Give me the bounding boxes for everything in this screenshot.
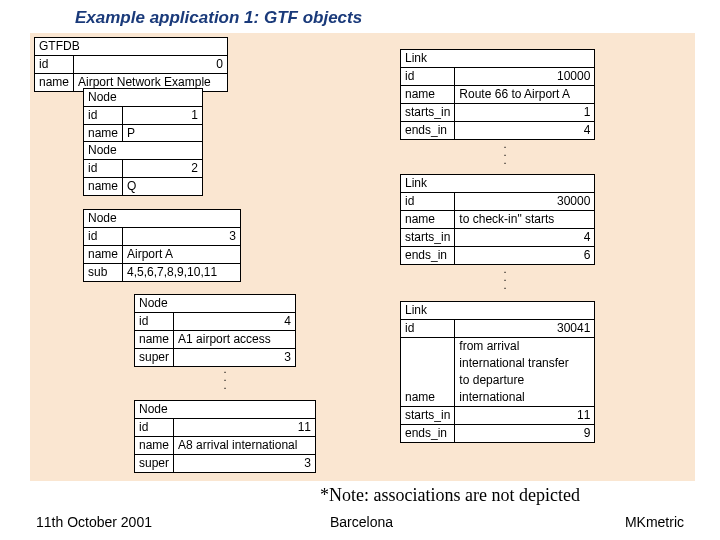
link3-starts: 11: [455, 407, 595, 425]
node11-super: 3: [174, 455, 316, 473]
footer-location: Barcelona: [330, 514, 393, 530]
node2-name: Q: [123, 178, 203, 196]
node11-id: 11: [174, 419, 316, 437]
ellipsis-dots: ...: [500, 140, 510, 164]
node4-super: 3: [174, 349, 296, 367]
node4-id: 4: [174, 313, 296, 331]
label-id: id: [84, 228, 123, 246]
label-ends: ends_in: [401, 122, 455, 140]
label-super: super: [135, 455, 174, 473]
node1-name: P: [123, 125, 203, 143]
node-header: Node: [135, 295, 296, 313]
link1-name: Route 66 to Airport A: [455, 86, 595, 104]
link-header: Link: [401, 302, 595, 320]
label-name: name: [401, 338, 455, 407]
label-name: name: [84, 125, 123, 143]
label-id: id: [35, 56, 74, 74]
ellipsis-dots: ...: [220, 365, 230, 389]
label-id: id: [401, 320, 455, 338]
node4-name: A1 airport access: [174, 331, 296, 349]
link3-id: 30041: [455, 320, 595, 338]
link3-table: Link id30041 namefrom arrival internatio…: [400, 301, 595, 443]
link2-table: Link id30000 nameto check-in" starts sta…: [400, 174, 595, 265]
link-header: Link: [401, 175, 595, 193]
link1-table: Link id10000 nameRoute 66 to Airport A s…: [400, 49, 595, 140]
node2-table: Node id2 nameQ: [83, 141, 203, 196]
label-name: name: [135, 437, 174, 455]
gtfdb-header: GTFDB: [35, 38, 228, 56]
diagram-canvas: GTFDB id0 nameAirport Network Example No…: [30, 33, 695, 481]
label-name: name: [401, 86, 455, 104]
label-sub: sub: [84, 264, 123, 282]
label-ends: ends_in: [401, 425, 455, 443]
node-header: Node: [84, 89, 203, 107]
link2-starts: 4: [455, 229, 595, 247]
node-header: Node: [84, 210, 241, 228]
link3-name-l3: to departure: [455, 372, 595, 389]
link-header: Link: [401, 50, 595, 68]
link1-id: 10000: [455, 68, 595, 86]
label-ends: ends_in: [401, 247, 455, 265]
link2-ends: 6: [455, 247, 595, 265]
gtfdb-table: GTFDB id0 nameAirport Network Example: [34, 37, 228, 92]
footer-date: 11th October 2001: [36, 514, 152, 530]
slide-title: Example application 1: GTF objects: [75, 8, 362, 28]
node3-name: Airport A: [123, 246, 241, 264]
link3-name-l4: international: [455, 389, 595, 407]
label-super: super: [135, 349, 174, 367]
node3-table: Node id3 nameAirport A sub4,5,6,7,8,9,10…: [83, 209, 241, 282]
gtfdb-id: 0: [74, 56, 228, 74]
label-id: id: [135, 419, 174, 437]
link3-name-l2: international transfer: [455, 355, 595, 372]
label-id: id: [401, 193, 455, 211]
link2-id: 30000: [455, 193, 595, 211]
label-name: name: [401, 211, 455, 229]
link2-name: to check-in" starts: [455, 211, 595, 229]
label-starts: starts_in: [401, 407, 455, 425]
node11-name: A8 arrival international: [174, 437, 316, 455]
node3-sub: 4,5,6,7,8,9,10,11: [123, 264, 241, 282]
footer-author: MKmetric: [625, 514, 684, 530]
label-name: name: [84, 178, 123, 196]
label-starts: starts_in: [401, 229, 455, 247]
label-id: id: [84, 107, 123, 125]
ellipsis-dots: ...: [500, 265, 510, 289]
label-name: name: [35, 74, 74, 92]
link1-starts: 1: [455, 104, 595, 122]
node1-table: Node id1 nameP: [83, 88, 203, 143]
node4-table: Node id4 nameA1 airport access super3: [134, 294, 296, 367]
label-id: id: [135, 313, 174, 331]
label-id: id: [84, 160, 123, 178]
label-starts: starts_in: [401, 104, 455, 122]
label-name: name: [84, 246, 123, 264]
label-name: name: [135, 331, 174, 349]
node1-id: 1: [123, 107, 203, 125]
node-header: Node: [84, 142, 203, 160]
node11-table: Node id11 nameA8 arrival international s…: [134, 400, 316, 473]
footnote: *Note: associations are not depicted: [320, 485, 580, 506]
node2-id: 2: [123, 160, 203, 178]
node3-id: 3: [123, 228, 241, 246]
label-id: id: [401, 68, 455, 86]
link3-ends: 9: [455, 425, 595, 443]
node-header: Node: [135, 401, 316, 419]
link1-ends: 4: [455, 122, 595, 140]
link3-name-l1: from arrival: [455, 338, 595, 356]
